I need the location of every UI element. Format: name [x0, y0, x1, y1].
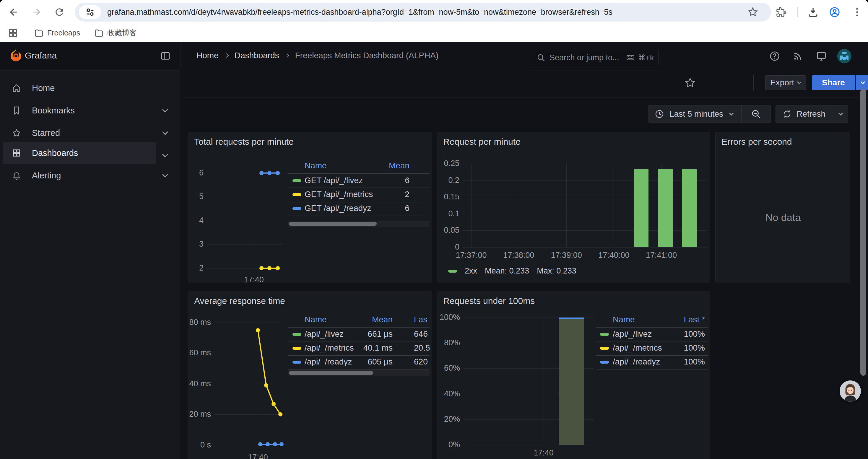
no-data-message: No data	[716, 212, 850, 223]
legend-cell[interactable]: /api/_/livez	[305, 329, 344, 339]
panel-title[interactable]: Errors per second	[721, 137, 792, 147]
browser-toolbar: grafana.mathmast.com/d/deytv4rwavabkb/fr…	[0, 0, 868, 24]
chevron-down-icon[interactable]	[162, 172, 168, 177]
share-button[interactable]: Share	[812, 75, 855, 90]
time-range-label: Last 5 minutes	[670, 109, 723, 119]
sidebar-item-home[interactable]: Home	[3, 77, 156, 99]
url-bar[interactable]: grafana.mathmast.com/d/deytv4rwavabkb/fr…	[75, 3, 771, 22]
table-divider	[596, 327, 708, 328]
panel-title[interactable]: Total requests per minute	[194, 137, 294, 147]
export-button[interactable]: Export	[765, 75, 806, 90]
legend-series-pill[interactable]	[600, 347, 609, 350]
legend-column-header[interactable]: Name	[305, 161, 327, 170]
chevron-down-icon[interactable]	[162, 152, 168, 157]
table-divider	[288, 188, 430, 188]
search-input[interactable]: Search or jump to... ⌘+k	[531, 50, 659, 65]
zoom-out-icon[interactable]	[751, 109, 761, 119]
legend-series-pill[interactable]	[292, 347, 301, 350]
bookmarks-bar: Freeleaps 收藏博客	[0, 24, 868, 42]
legend-cell[interactable]: /api/_/readyz	[613, 357, 660, 366]
legend-series-pill[interactable]	[600, 361, 609, 364]
sidebar-item-dashboards[interactable]: Dashboards	[3, 142, 156, 164]
panel-title[interactable]: Request per minute	[443, 137, 521, 147]
share-menu-button[interactable]	[856, 75, 868, 90]
breadcrumb-dashboards[interactable]: Dashboards	[235, 51, 279, 60]
legend-column-header[interactable]: Name	[613, 315, 635, 324]
timeseries-plot: 80 ms60 ms40 ms20 ms0 s17:40	[215, 314, 282, 449]
sidebar-toggle-icon[interactable]	[160, 51, 170, 61]
legend-cell: 6	[405, 203, 409, 213]
chevron-down-icon[interactable]	[162, 107, 168, 112]
forward-icon[interactable]	[31, 6, 42, 18]
bookmark-star-icon[interactable]	[747, 6, 758, 18]
news-rss-icon[interactable]	[793, 51, 803, 61]
legend-cell[interactable]: GET /api/_/livez	[305, 176, 363, 185]
bell-icon	[12, 171, 21, 180]
user-avatar[interactable]	[837, 49, 851, 63]
legend-column-header[interactable]: Last *	[684, 315, 705, 324]
legend-cell[interactable]: /api/_/livez	[613, 329, 652, 339]
site-settings-icon[interactable]	[79, 5, 101, 19]
chevron-down-icon[interactable]	[162, 129, 168, 135]
panel-request-per-minute[interactable]: Request per minute 0.250.20.150.10.05017…	[437, 132, 710, 283]
legend-cell[interactable]: /api/_/readyz	[305, 357, 352, 366]
refresh-button[interactable]: Refresh	[776, 105, 848, 123]
y-tick-label: 5	[188, 192, 204, 201]
back-icon[interactable]	[8, 6, 20, 18]
reload-icon[interactable]	[54, 6, 65, 18]
scrollbar-thumb[interactable]	[289, 371, 373, 375]
panel-title[interactable]: Average response time	[194, 296, 285, 306]
bookmark-folder-freeleaps[interactable]: Freeleaps	[30, 26, 85, 40]
sidebar-item-alerting[interactable]: Alerting	[3, 164, 156, 187]
sidebar-item-label: Home	[32, 83, 55, 93]
favorite-star-icon[interactable]	[684, 77, 696, 89]
refresh-interval-chevron-icon[interactable]	[838, 111, 843, 116]
legend-column-header[interactable]: Las	[414, 315, 427, 324]
legend-cell: 661 µs	[368, 329, 393, 339]
download-icon[interactable]	[807, 6, 819, 18]
breadcrumb-home[interactable]: Home	[196, 51, 219, 60]
help-icon[interactable]	[769, 51, 780, 61]
legend-series-pill[interactable]	[292, 333, 301, 336]
legend-cell: 6	[405, 176, 409, 185]
monitor-icon[interactable]	[816, 51, 827, 61]
scrollbar-thumb[interactable]	[289, 222, 377, 226]
refresh-icon	[782, 109, 792, 119]
panel-errors-per-second[interactable]: Errors per second No data	[715, 132, 850, 283]
panel-average-response-time[interactable]: Average response time 80 ms60 ms40 ms20 …	[188, 291, 432, 459]
y-tick-label: 4	[188, 216, 204, 225]
x-tick-label: 17:41:00	[629, 251, 694, 260]
legend-hscrollbar[interactable]	[288, 370, 430, 376]
y-tick-label: 0.25	[437, 159, 459, 168]
sidebar-item-bookmarks[interactable]: Bookmarks	[3, 99, 156, 122]
legend-series-pill[interactable]	[600, 333, 609, 336]
legend-cell[interactable]: GET /api/_/metrics	[305, 190, 373, 199]
grafana-logo[interactable]	[9, 48, 23, 63]
panel-total-requests[interactable]: Total requests per minute 6543217:40 Nam…	[188, 132, 432, 283]
legend-column-header[interactable]: Mean	[389, 161, 409, 170]
time-range-picker[interactable]: Last 5 minutes	[649, 105, 771, 123]
screen: grafana.mathmast.com/d/deytv4rwavabkb/fr…	[0, 0, 868, 459]
legend-series-label[interactable]: 2xx	[465, 266, 477, 275]
legend-hscrollbar[interactable]	[288, 221, 430, 227]
panel-requests-under-100ms[interactable]: Requests under 100ms 100%80%60%40%20%0%1…	[437, 291, 710, 459]
legend-column-header[interactable]: Mean	[372, 315, 393, 324]
apps-grid-icon[interactable]	[8, 28, 18, 38]
browser-menu-icon[interactable]	[851, 6, 863, 18]
panel-title[interactable]: Requests under 100ms	[443, 296, 535, 306]
legend-series-pill[interactable]	[292, 207, 301, 210]
sidebar-item-starred[interactable]: Starred	[3, 122, 156, 144]
legend-cell[interactable]: /api/_/metrics	[613, 343, 662, 353]
assistant-avatar[interactable]	[840, 381, 861, 402]
profile-icon[interactable]	[829, 6, 840, 18]
legend-cell[interactable]: /api/_/metrics	[305, 343, 354, 353]
extensions-icon[interactable]	[776, 6, 787, 18]
bookmark-folder-blogs[interactable]: 收藏博客	[90, 26, 142, 40]
legend-column-header[interactable]: Name	[305, 315, 327, 324]
legend-series-pill[interactable]	[292, 361, 301, 364]
legend-series-pill[interactable]	[292, 179, 301, 182]
legend-series-pill[interactable]	[292, 193, 301, 196]
vertical-scrollbar[interactable]	[860, 89, 866, 376]
legend-cell[interactable]: GET /api/_/readyz	[305, 203, 371, 213]
actions-divider	[753, 75, 754, 90]
